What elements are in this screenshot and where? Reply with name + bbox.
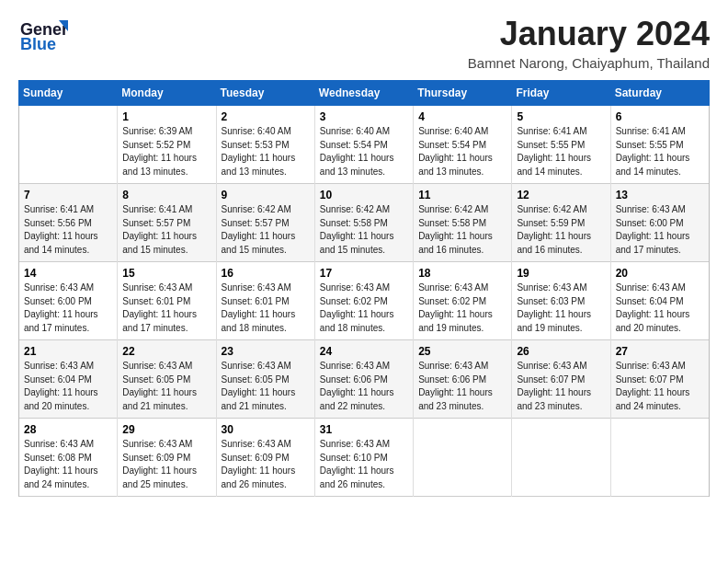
week-row-2: 7Sunrise: 6:41 AMSunset: 5:56 PMDaylight… [19, 184, 710, 262]
day-number: 29 [122, 423, 210, 436]
cell-info: Sunrise: 6:42 AMSunset: 5:59 PMDaylight:… [517, 203, 605, 257]
day-number: 26 [517, 345, 605, 358]
calendar-cell: 4Sunrise: 6:40 AMSunset: 5:54 PMDaylight… [414, 106, 512, 184]
day-number: 2 [222, 110, 310, 123]
cell-info: Sunrise: 6:43 AMSunset: 6:09 PMDaylight:… [222, 438, 310, 491]
cell-info: Sunrise: 6:41 AMSunset: 5:56 PMDaylight:… [24, 203, 112, 257]
weekday-header-row: SundayMondayTuesdayWednesdayThursdayFrid… [19, 81, 710, 106]
cell-info: Sunrise: 6:43 AMSunset: 6:03 PMDaylight:… [517, 282, 605, 335]
day-number: 10 [320, 189, 408, 201]
calendar-cell: 28Sunrise: 6:43 AMSunset: 6:08 PMDayligh… [19, 419, 118, 497]
day-number: 28 [24, 423, 112, 436]
calendar-cell: 10Sunrise: 6:42 AMSunset: 5:58 PMDayligh… [314, 184, 413, 262]
cell-info: Sunrise: 6:43 AMSunset: 6:06 PMDaylight:… [320, 360, 408, 413]
calendar-cell: 7Sunrise: 6:41 AMSunset: 5:56 PMDaylight… [19, 184, 118, 262]
day-number: 18 [418, 267, 506, 280]
cell-info: Sunrise: 6:43 AMSunset: 6:01 PMDaylight:… [222, 282, 310, 335]
cell-info: Sunrise: 6:43 AMSunset: 6:09 PMDaylight:… [122, 438, 210, 491]
cell-info: Sunrise: 6:43 AMSunset: 6:00 PMDaylight:… [24, 282, 112, 335]
day-number: 25 [418, 345, 506, 358]
calendar-cell: 15Sunrise: 6:43 AMSunset: 6:01 PMDayligh… [118, 262, 216, 340]
day-number: 21 [24, 345, 112, 358]
page: General Blue January 2024 Bamnet Narong,… [0, 0, 728, 563]
cell-info: Sunrise: 6:40 AMSunset: 5:54 PMDaylight:… [418, 125, 506, 178]
cell-info: Sunrise: 6:43 AMSunset: 6:01 PMDaylight:… [122, 282, 210, 335]
day-number: 7 [24, 189, 112, 201]
cell-info: Sunrise: 6:42 AMSunset: 5:58 PMDaylight:… [418, 203, 506, 257]
month-title: January 2024 [468, 15, 710, 53]
cell-info: Sunrise: 6:43 AMSunset: 6:05 PMDaylight:… [122, 360, 210, 413]
cell-info: Sunrise: 6:43 AMSunset: 6:07 PMDaylight:… [616, 360, 704, 413]
calendar-cell: 29Sunrise: 6:43 AMSunset: 6:09 PMDayligh… [118, 419, 216, 497]
cell-info: Sunrise: 6:40 AMSunset: 5:53 PMDaylight:… [222, 125, 310, 178]
calendar-cell: 21Sunrise: 6:43 AMSunset: 6:04 PMDayligh… [19, 340, 118, 419]
day-number: 27 [616, 345, 704, 358]
calendar-cell: 25Sunrise: 6:43 AMSunset: 6:06 PMDayligh… [414, 340, 512, 419]
calendar-cell: 18Sunrise: 6:43 AMSunset: 6:02 PMDayligh… [414, 262, 512, 340]
day-number: 1 [122, 110, 210, 123]
day-number: 24 [320, 345, 408, 358]
cell-info: Sunrise: 6:43 AMSunset: 6:07 PMDaylight:… [517, 360, 605, 413]
day-number: 9 [222, 189, 310, 201]
day-number: 11 [418, 189, 506, 201]
day-number: 14 [24, 267, 112, 280]
weekday-header-thursday: Thursday [414, 81, 512, 106]
weekday-header-monday: Monday [118, 81, 216, 106]
day-number: 16 [222, 267, 310, 280]
svg-text:Blue: Blue [20, 35, 56, 53]
day-number: 17 [320, 267, 408, 280]
cell-info: Sunrise: 6:43 AMSunset: 6:00 PMDaylight:… [616, 203, 704, 257]
day-number: 4 [418, 110, 506, 123]
cell-info: Sunrise: 6:43 AMSunset: 6:05 PMDaylight:… [222, 360, 310, 413]
day-number: 8 [122, 189, 210, 201]
calendar-cell [512, 419, 610, 497]
title-block: January 2024 Bamnet Narong, Chaiyaphum, … [468, 15, 710, 71]
weekday-header-saturday: Saturday [610, 81, 709, 106]
day-number: 12 [517, 189, 605, 201]
week-row-4: 21Sunrise: 6:43 AMSunset: 6:04 PMDayligh… [19, 340, 710, 419]
calendar-cell: 22Sunrise: 6:43 AMSunset: 6:05 PMDayligh… [118, 340, 216, 419]
calendar-cell: 14Sunrise: 6:43 AMSunset: 6:00 PMDayligh… [19, 262, 118, 340]
calendar-cell: 23Sunrise: 6:43 AMSunset: 6:05 PMDayligh… [216, 340, 314, 419]
cell-info: Sunrise: 6:43 AMSunset: 6:02 PMDaylight:… [320, 282, 408, 335]
calendar-table: SundayMondayTuesdayWednesdayThursdayFrid… [18, 80, 710, 497]
cell-info: Sunrise: 6:43 AMSunset: 6:06 PMDaylight:… [418, 360, 506, 413]
calendar-cell: 20Sunrise: 6:43 AMSunset: 6:04 PMDayligh… [610, 262, 709, 340]
cell-info: Sunrise: 6:43 AMSunset: 6:04 PMDaylight:… [24, 360, 112, 413]
calendar-cell: 13Sunrise: 6:43 AMSunset: 6:00 PMDayligh… [610, 184, 709, 262]
day-number: 6 [616, 110, 704, 123]
day-number: 3 [320, 110, 408, 123]
location-title: Bamnet Narong, Chaiyaphum, Thailand [468, 55, 710, 71]
calendar-cell: 16Sunrise: 6:43 AMSunset: 6:01 PMDayligh… [216, 262, 314, 340]
calendar-cell: 31Sunrise: 6:43 AMSunset: 6:10 PMDayligh… [314, 419, 413, 497]
calendar-cell: 27Sunrise: 6:43 AMSunset: 6:07 PMDayligh… [610, 340, 709, 419]
calendar-cell: 1Sunrise: 6:39 AMSunset: 5:52 PMDaylight… [118, 106, 216, 184]
cell-info: Sunrise: 6:43 AMSunset: 6:04 PMDaylight:… [616, 282, 704, 335]
calendar-cell: 5Sunrise: 6:41 AMSunset: 5:55 PMDaylight… [512, 106, 610, 184]
cell-info: Sunrise: 6:42 AMSunset: 5:57 PMDaylight:… [222, 203, 310, 257]
cell-info: Sunrise: 6:42 AMSunset: 5:58 PMDaylight:… [320, 203, 408, 257]
day-number: 19 [517, 267, 605, 280]
weekday-header-sunday: Sunday [19, 81, 118, 106]
day-number: 23 [222, 345, 310, 358]
calendar-cell: 11Sunrise: 6:42 AMSunset: 5:58 PMDayligh… [414, 184, 512, 262]
calendar-cell: 2Sunrise: 6:40 AMSunset: 5:53 PMDaylight… [216, 106, 314, 184]
calendar-cell: 17Sunrise: 6:43 AMSunset: 6:02 PMDayligh… [314, 262, 413, 340]
day-number: 30 [222, 423, 310, 436]
week-row-1: 1Sunrise: 6:39 AMSunset: 5:52 PMDaylight… [19, 106, 710, 184]
day-number: 5 [517, 110, 605, 123]
week-row-3: 14Sunrise: 6:43 AMSunset: 6:00 PMDayligh… [19, 262, 710, 340]
calendar-cell [19, 106, 118, 184]
calendar-cell [610, 419, 709, 497]
calendar-cell: 6Sunrise: 6:41 AMSunset: 5:55 PMDaylight… [610, 106, 709, 184]
calendar-cell: 12Sunrise: 6:42 AMSunset: 5:59 PMDayligh… [512, 184, 610, 262]
calendar-cell: 26Sunrise: 6:43 AMSunset: 6:07 PMDayligh… [512, 340, 610, 419]
weekday-header-wednesday: Wednesday [314, 81, 413, 106]
cell-info: Sunrise: 6:43 AMSunset: 6:02 PMDaylight:… [418, 282, 506, 335]
day-number: 13 [616, 189, 704, 201]
calendar-cell: 30Sunrise: 6:43 AMSunset: 6:09 PMDayligh… [216, 419, 314, 497]
day-number: 20 [616, 267, 704, 280]
weekday-header-tuesday: Tuesday [216, 81, 314, 106]
logo: General Blue [18, 15, 68, 55]
weekday-header-friday: Friday [512, 81, 610, 106]
